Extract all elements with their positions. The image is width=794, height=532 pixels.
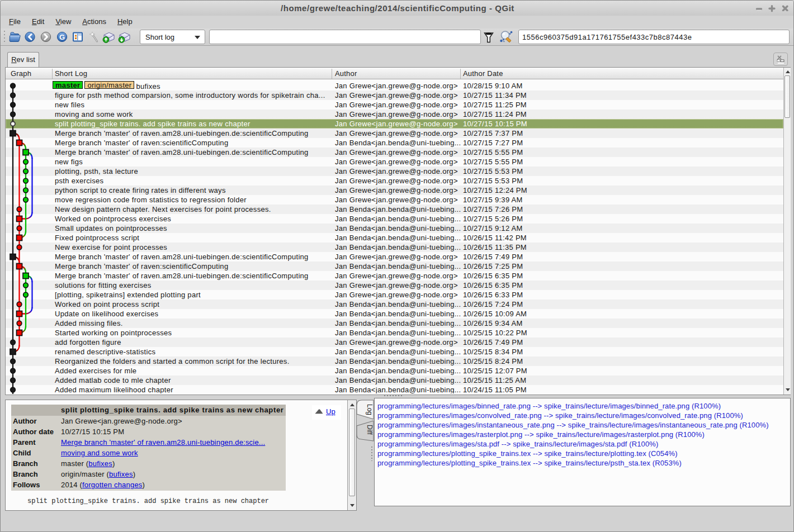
svg-text:Diff: Diff [366, 425, 374, 435]
svg-text:G: G [59, 33, 65, 41]
svg-text:Log: Log [366, 404, 374, 415]
